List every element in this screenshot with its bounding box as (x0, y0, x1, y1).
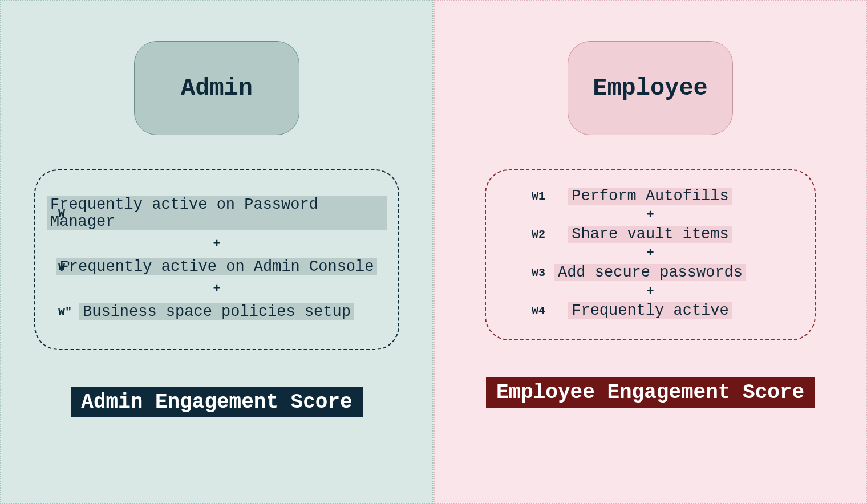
employee-formula-item: Frequently active (568, 302, 732, 319)
formula-row: W3 Add secure passwords (497, 264, 803, 281)
employee-formula-item: Add secure passwords (554, 264, 746, 281)
employee-formula-item: Perform Autofills (568, 188, 732, 205)
weight-label: W' (58, 261, 72, 274)
admin-formula-item: Business space policies setup (79, 303, 354, 320)
weight-label: W3 (532, 266, 545, 279)
admin-role-badge: Admin (134, 41, 299, 135)
weight-label: W1 (532, 190, 545, 203)
employee-formula-item: Share vault items (568, 226, 732, 243)
employee-title: Employee (593, 75, 708, 102)
weight-label: W2 (532, 228, 545, 241)
admin-formula-box: W Frequently active on Password Manager … (34, 169, 399, 350)
weight-label: W (58, 207, 65, 220)
formula-row: W Frequently active on Password Manager (47, 196, 387, 230)
weight-label: W4 (532, 304, 545, 318)
weight-label: W" (58, 306, 72, 319)
employee-role-badge: Employee (568, 41, 733, 135)
plus-sign: + (646, 208, 654, 222)
admin-score-label: Admin Engagement Score (71, 387, 362, 417)
employee-formula-box: W1 Perform Autofills + W2 Share vault it… (485, 169, 816, 340)
plus-sign: + (213, 282, 220, 296)
plus-sign: + (213, 237, 220, 251)
formula-row: W" Business space policies setup (47, 303, 387, 320)
admin-formula-item: Frequently active on Password Manager (47, 196, 387, 230)
admin-formula-item: Frequently active on Admin Console (56, 258, 378, 275)
plus-sign: + (646, 284, 654, 299)
employee-panel: Employee W1 Perform Autofills + W2 Share… (434, 0, 867, 504)
formula-row: W4 Frequently active (497, 302, 803, 319)
formula-row: W' Frequently active on Admin Console (47, 258, 387, 275)
formula-row: W2 Share vault items (497, 226, 803, 243)
admin-title: Admin (181, 75, 253, 102)
admin-panel: Admin W Frequently active on Password Ma… (0, 0, 434, 504)
formula-row: W1 Perform Autofills (497, 188, 803, 205)
employee-score-label: Employee Engagement Score (486, 377, 815, 408)
plus-sign: + (646, 246, 654, 261)
